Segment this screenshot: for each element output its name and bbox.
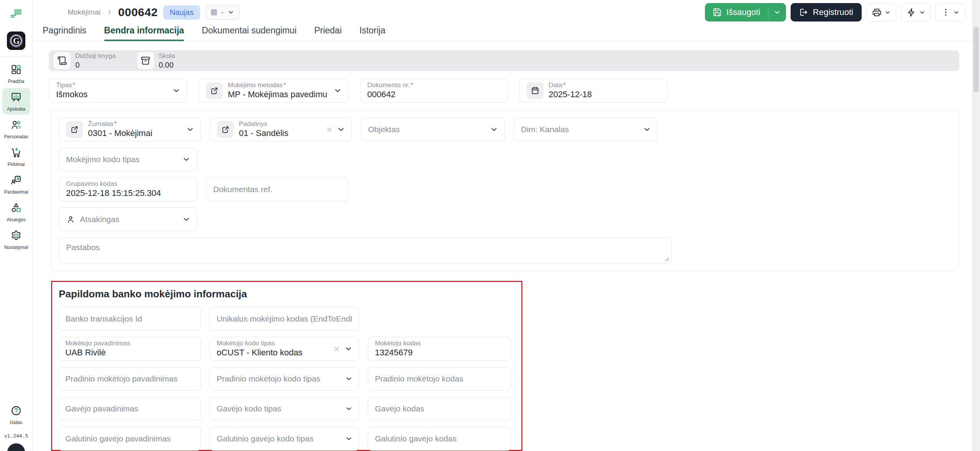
chevron-down-icon[interactable] (643, 125, 651, 134)
field-banko-transakcijos-id[interactable]: Banko transakcijos Id (58, 307, 201, 331)
save-button-label: Išsaugoti (726, 7, 760, 17)
clear-icon[interactable] (326, 126, 333, 133)
field-moketojo-pavadinimas[interactable]: Mokėtojo pavadinimas UAB Rivilė (58, 337, 201, 361)
tab-dokumentai-sudengimui[interactable]: Dokumentai sudengimui (202, 25, 297, 41)
field-dokumento-nr[interactable]: Dokumento nr.* 000642 (360, 79, 508, 103)
sidebar-item-gidas[interactable]: Gidas (2, 401, 30, 428)
breadcrumb: Mokėjimai 000642 Naujas - (68, 5, 240, 20)
tab-bar: Pagrindinis Bendra informacija Dokumenta… (33, 25, 980, 41)
form-row-1: Tipas* Išmokos Mokėjimo metodas* MP - Mo… (49, 79, 980, 103)
field-tipas[interactable]: Tipas* Išmokos (49, 79, 187, 103)
user-avatar[interactable] (7, 443, 25, 451)
field-label: Mokėtojo kodo tipas (217, 340, 329, 347)
field-galutinio-gavejo-kodas[interactable]: Galutinio gavėjo kodas (368, 427, 511, 451)
field-pradinio-moketojo-kodo-tipas[interactable]: Pradinio mokėtojo kodo tipas (209, 367, 359, 391)
ledger-value: 0 (75, 61, 116, 70)
breadcrumb-root-link[interactable]: Mokėjimai (68, 8, 101, 17)
field-moketojo-kodas[interactable]: Mokėtojo kodas 13245679 (368, 337, 511, 361)
field-value: 01 - Sandėlis (239, 129, 322, 138)
chevron-down-icon (953, 9, 960, 16)
field-galutinio-gavejo-pavadinimas[interactable]: Galutinio gavėjo pavadinimas (58, 427, 201, 451)
required-marker: * (73, 81, 75, 89)
variant-color-swatch (211, 9, 217, 15)
hamburger-menu-icon[interactable] (9, 7, 23, 22)
scrollbar-thumb[interactable] (973, 27, 979, 92)
sidebar-item-label: Apskaita (7, 106, 25, 112)
sidebar-item-label: Personalas (4, 134, 28, 139)
person-icon (66, 215, 75, 224)
app-logo[interactable]: G (7, 32, 25, 50)
tab-pagrindinis[interactable]: Pagrindinis (43, 25, 86, 41)
sidebar-item-pirkimai[interactable]: Pirkimai (2, 143, 30, 170)
field-label: Padalinys (239, 121, 322, 127)
field-gavejo-kodas[interactable]: Gavėjo kodas (368, 397, 511, 421)
chevron-down-icon[interactable] (345, 405, 353, 413)
chevron-down-icon[interactable] (344, 345, 353, 353)
field-dim-kanalas[interactable]: Dim: Kanalas (514, 118, 658, 141)
field-mokejimo-metodas[interactable]: Mokėjimo metodas* MP - Mokėjimas pavedim… (199, 79, 348, 103)
chevron-down-icon[interactable] (333, 86, 342, 95)
chevron-down-icon[interactable] (172, 86, 181, 95)
field-zurnalas[interactable]: Žurnalas* 0301 - Mokėjimai (59, 118, 201, 141)
sidebar-item-personalas[interactable]: Personalas (2, 116, 30, 142)
sidebar-item-label: Pardavimai (4, 189, 28, 195)
save-button-main[interactable]: Išsaugoti (705, 3, 768, 22)
field-placeholder: Unikalus mokėjimo kodas (EndToEndId) (217, 314, 353, 323)
field-label: Mokėjimo metodas (228, 81, 283, 89)
field-pradinio-moketojo-pavadinimas[interactable]: Pradinio mokėtojo pavadinimas (58, 367, 201, 391)
calendar-icon[interactable] (527, 82, 544, 99)
required-marker: * (284, 81, 286, 89)
field-galutinio-gavejo-kodo-tipas[interactable]: Galutinio gavėjo kodo tipas (209, 427, 359, 451)
chevron-down-icon[interactable] (490, 125, 498, 134)
field-gavejo-kodo-tipas[interactable]: Gavėjo kodo tipas (209, 397, 359, 421)
bank-row-4: Gavėjo pavadinimas Gavėjo kodo tipas Gav… (58, 397, 521, 421)
sidebar-item-nustatymai[interactable]: Nustatymai (2, 226, 30, 253)
save-button[interactable]: Išsaugoti (705, 3, 786, 22)
field-moketojo-kodo-tipas[interactable]: Mokėtojo kodo tipas oCUST - Kliento koda… (209, 337, 359, 361)
field-mokejimo-kodo-tipas[interactable]: Mokėjimo kodo tipas (59, 148, 197, 171)
resize-handle[interactable] (663, 256, 669, 261)
variant-value: - (221, 8, 224, 17)
external-link-icon[interactable] (66, 121, 83, 138)
tab-bendra-informacija[interactable]: Bendra informacija (104, 25, 184, 41)
field-data[interactable]: Data* 2025-12-18 (519, 79, 667, 103)
shapes-icon (10, 202, 22, 215)
scrollbar-track[interactable] (972, 0, 980, 451)
sidebar-item-atsargos[interactable]: Atsargos (2, 199, 30, 225)
chevron-down-icon[interactable] (345, 435, 353, 443)
chevron-down-icon[interactable] (182, 215, 191, 224)
sidebar-item-pardavimai[interactable]: Pardavimai (2, 171, 30, 197)
field-objektas[interactable]: Objektas (361, 118, 505, 141)
debt-label: Skola (159, 52, 175, 60)
print-button[interactable] (866, 3, 896, 22)
chevron-down-icon[interactable] (345, 375, 353, 383)
more-menu-button[interactable] (935, 3, 965, 22)
tab-istorija[interactable]: Istorija (360, 25, 386, 41)
sidebar-item-apskaita[interactable]: Apskaita (2, 88, 30, 114)
field-padalinys[interactable]: Padalinys 01 - Sandėlis (210, 118, 352, 141)
register-button[interactable]: Registruoti (791, 3, 862, 22)
sidebar-item-pradzia[interactable]: Pradžia (2, 60, 30, 87)
field-pastabos[interactable]: Pastabos (59, 237, 672, 264)
form-row-2: Žurnalas* 0301 - Mokėjimai Padalinys 01 … (59, 118, 959, 141)
board-chart-icon (10, 91, 22, 104)
external-link-icon[interactable] (217, 121, 234, 138)
field-atsakingas[interactable]: Atsakingas (59, 207, 197, 231)
variant-dropdown[interactable]: - (206, 5, 240, 20)
clear-icon[interactable] (333, 345, 340, 353)
field-gavejo-pavadinimas[interactable]: Gavėjo pavadinimas (58, 397, 201, 421)
save-dropdown-toggle[interactable] (768, 3, 786, 22)
field-placeholder: Banko transakcijos Id (65, 314, 194, 323)
field-dokumentas-ref[interactable]: Dokumentas ref. (206, 177, 348, 201)
sidebar-divider (0, 56, 33, 56)
chevron-down-icon[interactable] (186, 125, 194, 134)
field-unikalus-mokejimo-kodas[interactable]: Unikalus mokėjimo kodas (EndToEndId) (209, 307, 359, 331)
chevron-down-icon[interactable] (182, 155, 191, 164)
tab-priedai[interactable]: Priedai (314, 25, 342, 41)
chevron-down-icon[interactable] (337, 125, 345, 134)
actions-button[interactable] (901, 3, 931, 22)
field-pradinio-moketojo-kodas[interactable]: Pradinio mokėtojo kodas (368, 367, 511, 391)
external-link-icon[interactable] (206, 82, 223, 99)
ledger-label: Didžioji knyga (75, 52, 116, 60)
field-grupavimo-kodas[interactable]: Grupavimo kodas 2025-12-18 15:15:25.304 (59, 177, 197, 201)
